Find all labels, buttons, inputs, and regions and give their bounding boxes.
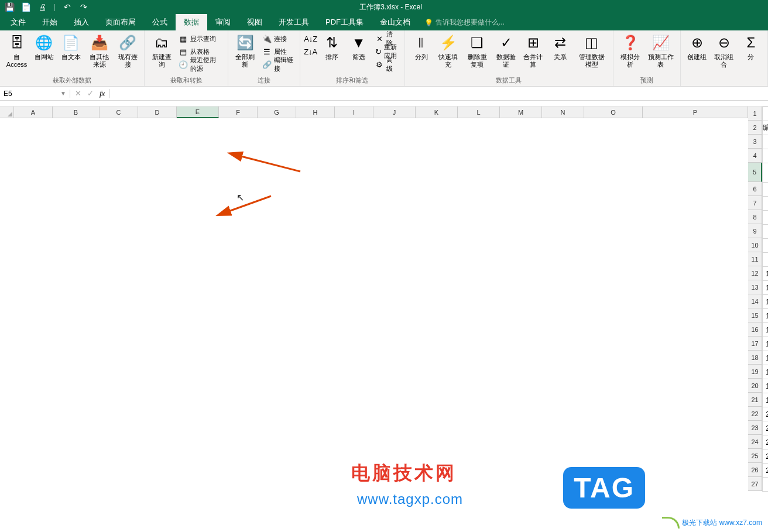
tab-review[interactable]: 审阅 — [207, 14, 239, 30]
col-header-I[interactable]: I — [335, 107, 373, 118]
cell[interactable]: 16 — [763, 351, 769, 365]
cell[interactable]: 2 — [763, 149, 769, 163]
row-header-7[interactable]: 7 — [748, 196, 762, 210]
title-cell[interactable]: XXX公司员工信息 — [763, 107, 769, 121]
relations-button[interactable]: ⇄关系 — [547, 32, 573, 62]
save-icon[interactable]: 💾 — [5, 2, 14, 12]
filter-button[interactable]: ▼筛选 — [346, 32, 372, 62]
row-header-6[interactable]: 6 — [748, 182, 762, 196]
forecast-sheet-button[interactable]: 📈预测工作表 — [644, 32, 677, 70]
fx-icon[interactable]: fx — [100, 89, 105, 98]
row-header-21[interactable]: 21 — [748, 393, 762, 407]
row-header-10[interactable]: 10 — [748, 238, 762, 252]
tab-insert[interactable]: 插入 — [66, 14, 97, 30]
subtotal-button[interactable]: Σ分 — [738, 32, 764, 62]
from-access-button[interactable]: 🗄自 Access — [4, 32, 30, 70]
col-header-K[interactable]: K — [416, 107, 458, 118]
open-icon[interactable]: 📄 — [21, 2, 30, 12]
cell[interactable]: 14 — [763, 323, 769, 337]
undo-icon[interactable]: ↶ — [63, 2, 72, 12]
ungroup-button[interactable]: ⊖取消组合 — [711, 32, 737, 70]
cell[interactable]: 24 — [763, 464, 769, 478]
redo-icon[interactable]: ↷ — [79, 2, 88, 12]
cell[interactable]: 19 — [763, 393, 769, 407]
show-query-button[interactable]: ▦显示查询 — [176, 32, 224, 45]
remove-dup-button[interactable]: ❏删除重复项 — [462, 32, 492, 70]
chevron-down-icon[interactable]: ▼ — [60, 90, 66, 97]
row-header-9[interactable]: 9 — [748, 224, 762, 238]
col-header-D[interactable]: D — [138, 107, 177, 118]
row-header-19[interactable]: 19 — [748, 365, 762, 379]
text-to-cols-button[interactable]: ⫴分列 — [409, 32, 434, 62]
from-web-button[interactable]: 🌐自网站 — [31, 32, 57, 62]
data-model-button[interactable]: ◫管理数据模型 — [574, 32, 609, 70]
row-header-11[interactable]: 11 — [748, 252, 762, 266]
col-header-P[interactable]: P — [643, 107, 748, 118]
row-header-27[interactable]: 27 — [748, 477, 762, 491]
print-icon[interactable]: 🖨 — [37, 2, 47, 12]
new-query-button[interactable]: 🗂新建查询 — [148, 32, 175, 70]
name-box[interactable]: E5 ▼ — [0, 90, 70, 98]
col-header-N[interactable]: N — [542, 107, 584, 118]
col-header-H[interactable]: H — [296, 107, 335, 118]
cell[interactable]: 13 — [763, 309, 769, 323]
row-header-17[interactable]: 17 — [748, 337, 762, 351]
advanced-filter-button[interactable]: ⚙高级 — [373, 58, 401, 71]
row-header-12[interactable]: 12 — [748, 266, 762, 280]
tab-wps[interactable]: 金山文档 — [372, 14, 419, 30]
refresh-all-button[interactable]: 🔄全部刷新 — [232, 32, 259, 70]
row-header-2[interactable]: 2 — [748, 121, 762, 135]
row-header-4[interactable]: 4 — [748, 149, 762, 163]
row-header-13[interactable]: 13 — [748, 280, 762, 294]
tell-me-input[interactable]: 💡 告诉我您想要做什么... — [419, 15, 510, 30]
consolidate-button[interactable]: ⊞合并计算 — [520, 32, 546, 70]
cell[interactable] — [763, 478, 769, 492]
col-header-C[interactable]: C — [100, 107, 138, 118]
col-header-F[interactable]: F — [219, 107, 258, 118]
whatif-button[interactable]: ❓模拟分析 — [617, 32, 643, 70]
row-header-14[interactable]: 14 — [748, 294, 762, 308]
cell[interactable]: 12 — [763, 295, 769, 309]
sort-button[interactable]: ⇅排序 — [319, 32, 345, 62]
cell[interactable]: 15 — [763, 337, 769, 351]
flash-fill-button[interactable]: ⚡快速填充 — [436, 32, 461, 70]
header-cell[interactable]: 编号 — [763, 121, 769, 135]
col-header-G[interactable]: G — [258, 107, 296, 118]
cell[interactable]: 18 — [763, 379, 769, 393]
row-header-20[interactable]: 20 — [748, 379, 762, 393]
tab-formula[interactable]: 公式 — [144, 14, 176, 30]
row-header-23[interactable]: 23 — [748, 421, 762, 435]
col-header-A[interactable]: A — [14, 107, 53, 118]
cell[interactable]: 10 — [763, 267, 769, 281]
cell[interactable]: 4 — [763, 183, 769, 197]
select-all-button[interactable] — [0, 107, 14, 118]
cell[interactable]: 6 — [763, 211, 769, 225]
from-text-button[interactable]: 📄自文本 — [58, 32, 84, 62]
col-header-L[interactable]: L — [458, 107, 500, 118]
row-header-25[interactable]: 25 — [748, 449, 762, 463]
cell[interactable]: 8 — [763, 239, 769, 253]
row-header-22[interactable]: 22 — [748, 407, 762, 421]
tab-dev[interactable]: 开发工具 — [270, 14, 317, 30]
row-header-5[interactable]: 5 — [748, 163, 762, 182]
connections-button[interactable]: 🔌连接 — [260, 32, 296, 45]
tab-pdf[interactable]: PDF工具集 — [317, 14, 372, 30]
col-header-M[interactable]: M — [500, 107, 542, 118]
row-header-18[interactable]: 18 — [748, 351, 762, 365]
tab-home[interactable]: 开始 — [34, 14, 66, 30]
col-header-B[interactable]: B — [53, 107, 100, 118]
cell[interactable]: 1 — [763, 135, 769, 149]
edit-links-button[interactable]: 🔗编辑链接 — [260, 58, 296, 71]
row-header-26[interactable]: 26 — [748, 463, 762, 477]
cell[interactable]: 11 — [763, 281, 769, 295]
tab-view[interactable]: 视图 — [239, 14, 270, 30]
cell[interactable]: 17 — [763, 365, 769, 379]
cell[interactable]: 23 — [763, 449, 769, 464]
cancel-formula-icon[interactable]: ✕ — [75, 89, 81, 98]
recent-src-button[interactable]: 🕘最近使用的源 — [176, 58, 224, 71]
row-header-16[interactable]: 16 — [748, 322, 762, 337]
cell[interactable]: 5 — [763, 197, 769, 211]
tab-data[interactable]: 数据 — [176, 14, 207, 30]
group-button[interactable]: ⊕创建组 — [684, 32, 710, 62]
cell[interactable]: 3 — [763, 163, 769, 183]
